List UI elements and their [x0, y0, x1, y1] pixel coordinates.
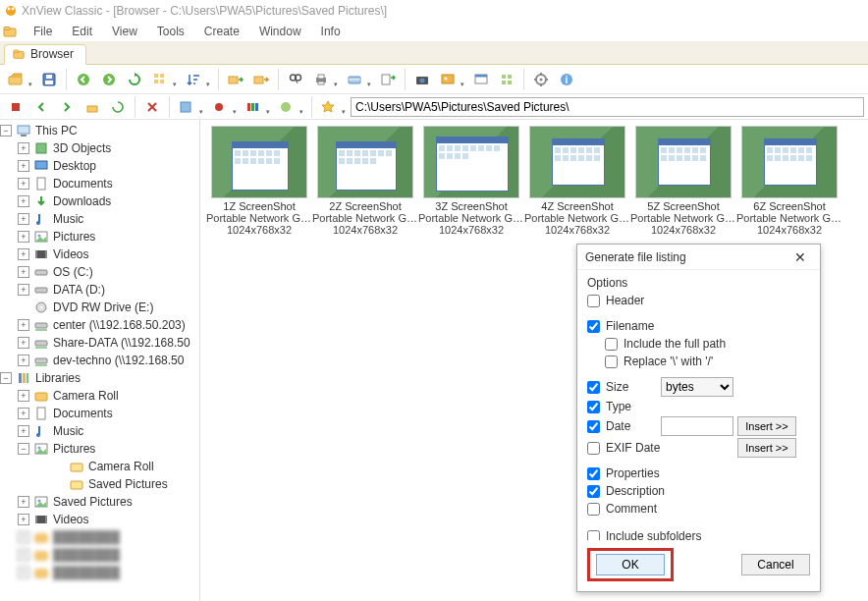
path-back-button[interactable] [29, 95, 53, 119]
close-icon[interactable]: ✕ [788, 249, 812, 265]
sort-button[interactable] [182, 68, 213, 91]
type-checkbox[interactable] [587, 401, 600, 413]
tree-item[interactable]: +Downloads [0, 192, 199, 210]
size-checkbox[interactable] [587, 381, 600, 394]
settings-button[interactable] [529, 68, 553, 91]
about-button[interactable]: i [555, 68, 578, 91]
menu-file[interactable]: File [24, 23, 62, 40]
expander-icon[interactable]: + [18, 496, 29, 508]
description-checkbox[interactable] [587, 485, 600, 498]
tree-item[interactable]: +Music [0, 422, 199, 440]
tree-item[interactable]: +Share-DATA (\\192.168.50 [0, 334, 199, 352]
date-insert-button[interactable]: Insert >> [737, 416, 796, 436]
tree-item[interactable]: +3D Objects [0, 139, 199, 157]
tab-browser[interactable]: Browser [4, 44, 86, 65]
tree-item[interactable]: +dev-techno (\\192.168.50 [0, 352, 199, 369]
contact-sheet-button[interactable] [495, 68, 518, 91]
tag-button[interactable] [275, 95, 306, 119]
menu-view[interactable]: View [102, 23, 147, 40]
expander-icon[interactable]: + [18, 408, 29, 419]
exif-insert-button[interactable]: Insert >> [737, 438, 796, 458]
thumbnail-item[interactable]: 5Z ScreenShotPortable Network Gr...1024x… [630, 126, 736, 236]
expander-icon[interactable]: − [0, 125, 12, 137]
expander-icon[interactable]: + [18, 319, 29, 331]
tree-item[interactable]: +Camera Roll [0, 387, 199, 405]
tree-item[interactable]: −This PC [0, 122, 199, 139]
filter-button[interactable] [175, 95, 206, 119]
webpage-button[interactable] [469, 68, 493, 91]
tree-item[interactable]: +Videos [0, 246, 199, 263]
date-checkbox[interactable] [587, 420, 600, 433]
print-button[interactable] [309, 68, 341, 91]
tree-item[interactable]: +Saved Pictures [0, 493, 199, 511]
batch-convert-button[interactable] [376, 68, 400, 91]
rating-button[interactable] [208, 95, 240, 119]
path-refresh2-button[interactable] [106, 95, 130, 119]
tree-item[interactable]: −Pictures [0, 440, 199, 458]
tree-item[interactable]: +Desktop [0, 157, 199, 175]
tree-item[interactable]: +OS (C:) [0, 263, 199, 281]
expander-icon[interactable]: + [18, 425, 29, 437]
view-mode-button[interactable] [148, 68, 180, 91]
exif-date-checkbox[interactable] [587, 442, 600, 455]
move-to-button[interactable] [249, 68, 273, 91]
tree-item[interactable]: −Libraries [0, 369, 199, 387]
refresh-button[interactable] [123, 68, 146, 91]
path-forward-button[interactable] [55, 95, 79, 119]
include-full-path-checkbox[interactable] [605, 338, 618, 351]
thumbnail-item[interactable]: 2Z ScreenShotPortable Network Gr...1024x… [312, 126, 418, 236]
tree-item[interactable]: Camera Roll [0, 458, 199, 475]
tree-item[interactable]: +Documents [0, 405, 199, 422]
open-button[interactable] [4, 68, 35, 91]
save-button[interactable] [37, 68, 61, 91]
path-up-button[interactable] [81, 95, 104, 119]
cancel-button[interactable]: Cancel [741, 554, 810, 575]
tree-item[interactable]: +Pictures [0, 228, 199, 246]
include-subfolders-checkbox[interactable] [587, 530, 600, 541]
nav-back-button[interactable] [72, 68, 95, 91]
menu-window[interactable]: Window [249, 23, 311, 40]
copy-to-button[interactable] [224, 68, 247, 91]
menu-tools[interactable]: Tools [147, 23, 194, 40]
slideshow-button[interactable] [436, 68, 467, 91]
expander-icon[interactable]: + [18, 284, 29, 296]
expander-icon[interactable]: + [18, 213, 29, 225]
menu-edit[interactable]: Edit [62, 23, 102, 40]
capture-button[interactable] [410, 68, 434, 91]
comment-checkbox[interactable] [587, 503, 600, 516]
scan-button[interactable] [343, 68, 374, 91]
size-unit-select[interactable]: bytesKBMB [661, 377, 733, 397]
delete-button[interactable] [140, 95, 164, 119]
expander-icon[interactable]: − [0, 372, 12, 384]
expander-icon[interactable]: + [18, 142, 29, 154]
expander-icon[interactable]: + [18, 178, 29, 190]
tree-item[interactable]: +DATA (D:) [0, 281, 199, 299]
expander-icon[interactable]: + [18, 337, 29, 349]
tree-item[interactable]: +Documents [0, 175, 199, 192]
tree-item[interactable]: +Music [0, 210, 199, 228]
expander-icon[interactable]: + [18, 514, 29, 525]
expander-icon[interactable]: + [18, 195, 29, 207]
tree-item[interactable]: Saved Pictures [0, 475, 199, 493]
path-input[interactable] [351, 97, 864, 117]
favorites-button[interactable] [317, 95, 349, 119]
expander-icon[interactable]: + [18, 160, 29, 172]
thumbnail-item[interactable]: 4Z ScreenShotPortable Network Gr...1024x… [524, 126, 630, 236]
replace-slash-checkbox[interactable] [605, 355, 618, 368]
filename-checkbox[interactable] [587, 320, 600, 333]
thumbnail-item[interactable]: 1Z ScreenShotPortable Network Gr...1024x… [206, 126, 312, 236]
menu-create[interactable]: Create [194, 23, 249, 40]
expander-icon[interactable]: + [18, 231, 29, 243]
menu-info[interactable]: Info [311, 23, 351, 40]
color-label-button[interactable] [242, 95, 273, 119]
date-format-input[interactable] [661, 416, 733, 436]
properties-checkbox[interactable] [587, 467, 600, 480]
nav-forward-button[interactable] [97, 68, 121, 91]
thumbnail-item[interactable]: 3Z ScreenShotPortable Network Gr...1024x… [418, 126, 524, 236]
search-button[interactable] [284, 68, 307, 91]
tree-item[interactable]: +Videos [0, 511, 199, 528]
stop-button[interactable] [4, 95, 27, 119]
expander-icon[interactable]: + [18, 248, 29, 260]
expander-icon[interactable]: + [18, 355, 29, 366]
ok-button[interactable]: OK [596, 554, 665, 575]
